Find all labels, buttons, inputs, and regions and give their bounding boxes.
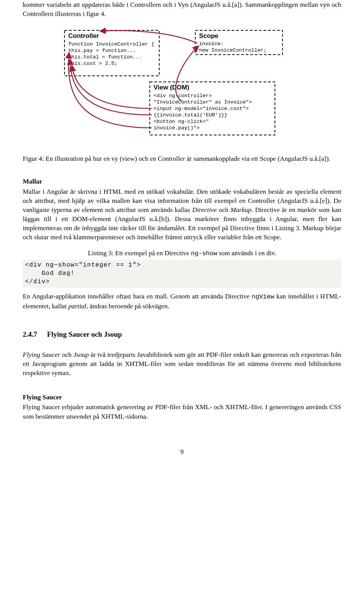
section-title: Flying Saucer och Jsoup	[47, 330, 122, 338]
text-run: och	[217, 206, 231, 213]
text-run: som används i en div.	[217, 249, 276, 257]
section-number: 2.4.7	[23, 330, 47, 339]
fs-jsoup-paragraph: Flying Saucer och Jsoup är två tredjepar…	[23, 350, 341, 377]
controller-line: this.pay = function...	[68, 48, 136, 53]
view-line: invoice.pay()">	[154, 125, 200, 131]
italic-term: Jsoup	[74, 351, 89, 358]
mallar-heading: Mallar	[23, 177, 341, 186]
code-term: ng-show	[191, 250, 217, 257]
code-term: ngView	[252, 293, 274, 300]
mallar-paragraph: Mallar i Angular är skrivna i HTML med e…	[23, 187, 341, 242]
listing-3-code: <div ng−show="integer == 1"> God dag! </…	[23, 260, 341, 288]
flying-saucer-paragraph: Flying Saucer erbjuder automatisk genere…	[23, 402, 341, 421]
controller-line: function InvoiceController {	[68, 41, 154, 47]
view-line: <div ng-controller=	[154, 93, 212, 99]
text-run: En Angular-applikation innehåller oftast…	[23, 292, 252, 300]
scope-title: Scope	[199, 32, 218, 39]
italic-term: Directive	[192, 206, 217, 213]
figure-4-diagram: Controller function InvoiceController { …	[61, 27, 303, 145]
top-paragraph: kommer variabeln att uppdateras både i C…	[23, 0, 341, 18]
text-run: och	[60, 351, 74, 358]
section-2-4-7-heading: 2.4.7Flying Saucer och Jsoup	[23, 330, 341, 339]
scope-line: new InvoiceController;	[199, 47, 267, 53]
text-run: Listing 3: Ett exempel på en Directive	[88, 249, 191, 257]
figure-4-caption: Figur 4: En illustration på hur en vy (v…	[23, 154, 341, 163]
controller-title: Controller	[68, 32, 99, 39]
view-line: <button ng-click="	[154, 119, 209, 124]
after-listing-paragraph: En Angular-applikation innehåller oftast…	[23, 292, 341, 311]
listing-3-caption: Listing 3: Ett exempel på en Directive n…	[23, 248, 341, 258]
flying-saucer-heading: Flying Saucer	[23, 392, 341, 402]
italic-term: Flying Saucer	[23, 351, 60, 358]
view-line: "InvoiceController" as Invoice">	[154, 99, 252, 105]
page-number: 9	[23, 447, 341, 456]
view-line: <input ng-model="invoice.cost">	[154, 106, 249, 111]
italic-term: Markup	[231, 206, 251, 213]
controller-line: this.total = function...	[68, 54, 142, 60]
italic-term: partial	[68, 302, 86, 310]
text-run: , ändras beroende på sökvägen.	[86, 302, 169, 310]
scope-line: invoice:	[199, 41, 224, 47]
view-line: {{invoice.total('EUR')}}	[154, 112, 227, 118]
arrow-icon	[72, 66, 152, 108]
controller-line: this.cost = 2.5;	[68, 61, 118, 66]
view-title: View (DOM)	[154, 84, 189, 91]
